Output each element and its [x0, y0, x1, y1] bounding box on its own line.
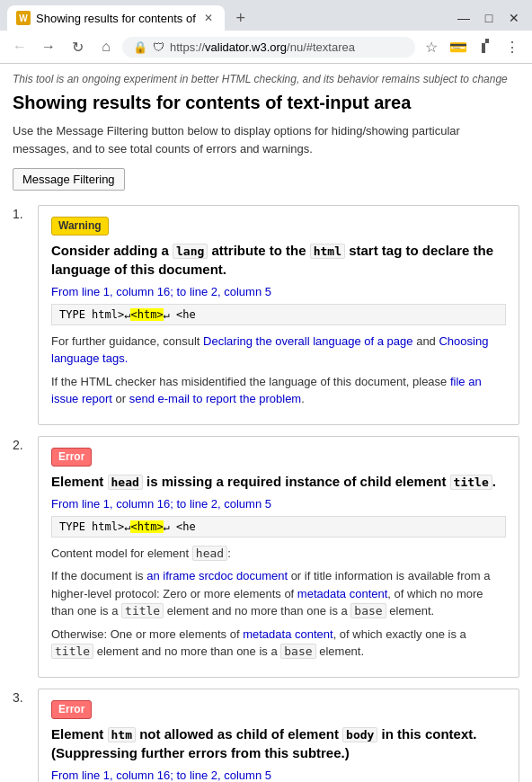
code-head-ref: head [192, 546, 227, 561]
tab-close-button[interactable]: ✕ [201, 11, 216, 25]
window-controls: — □ ✕ [453, 9, 525, 27]
close-window-button[interactable]: ✕ [503, 9, 525, 27]
new-tab-button[interactable]: + [228, 5, 253, 31]
nav-actions: ☆ 💳 🬔 ⋮ [419, 34, 525, 59]
result-box: Error Element head is missing a required… [38, 436, 519, 678]
code-snippet: TYPE html>↵<htm>↵ <he [51, 516, 506, 538]
result-number: 3. [13, 689, 29, 705]
forward-button[interactable]: → [36, 34, 61, 59]
tool-note: This tool is an ongoing experiment in be… [13, 73, 519, 85]
code-base-ref: base [350, 603, 386, 618]
reload-button[interactable]: ↻ [65, 34, 90, 59]
back-button[interactable]: ← [7, 34, 32, 59]
tab-bar: W Showing results for contents of ✕ + — … [0, 0, 532, 31]
declaring-link[interactable]: Declaring the overall language of a page [203, 334, 412, 348]
address-bar[interactable]: 🔒 🛡 https://validator.w3.org/nu/#textare… [122, 37, 415, 58]
code-title-ref-2: title [51, 644, 93, 659]
metadata-content-link-1[interactable]: metadata content [297, 587, 387, 600]
code-htm: htm [108, 727, 136, 742]
metadata-content-link-2[interactable]: metadata content [243, 627, 332, 641]
shield-icon: 🛡 [153, 40, 164, 54]
list-item: 3. Error Element htm not allowed as chil… [13, 689, 519, 782]
content-model: If the document is an iframe srcdoc docu… [51, 567, 506, 661]
result-body: Content model for element head: If the d… [51, 545, 506, 661]
error-badge: Error [51, 448, 92, 467]
page-title: Showing results for contents of text-inp… [13, 93, 519, 113]
code-body: body [342, 727, 377, 742]
tab-title: Showing results for contents of [36, 12, 196, 25]
code-title: title [450, 475, 492, 490]
code-base-ref-2: base [280, 644, 315, 659]
code-lang: lang [173, 244, 208, 259]
result-header: Warning Consider adding a lang attribute… [51, 217, 506, 279]
email-report-link[interactable]: send e-mail to report the problem [129, 392, 301, 405]
url-display: https://validator.w3.org/nu/#textarea [170, 40, 355, 54]
misidentified-text: If the HTML checker has misidentified th… [51, 373, 506, 408]
result-box: Warning Consider adding a lang attribute… [38, 205, 519, 425]
results-list: 1. Warning Consider adding a lang attrib… [13, 205, 519, 782]
list-item: 1. Warning Consider adding a lang attrib… [13, 205, 519, 425]
code-title-ref: title [121, 603, 164, 618]
result-number: 1. [13, 205, 29, 221]
content-model-header: Content model for element head: [51, 545, 506, 563]
location-link[interactable]: From line 1, column 16; to line 2, colum… [51, 769, 271, 782]
url-domain: validator.w3.org [205, 40, 287, 54]
bookmark-button[interactable]: ☆ [419, 34, 444, 59]
result-message: Element head is missing a required insta… [51, 472, 496, 491]
result-header: Error Element htm not allowed as child o… [51, 700, 506, 762]
tab-favicon: W [16, 11, 31, 25]
code-snippet: TYPE html>↵<htm>↵ <he [51, 304, 506, 325]
wallet-button[interactable]: 💳 [446, 34, 471, 59]
list-item: 2. Error Element head is missing a requi… [13, 436, 519, 678]
result-box: Error Element htm not allowed as child o… [38, 689, 519, 782]
result-body: For further guidance, consult Declaring … [51, 333, 506, 408]
security-icon: 🔒 [133, 40, 147, 54]
result-message: Element htm not allowed as child of elem… [51, 724, 506, 762]
browser-window: W Showing results for contents of ✕ + — … [0, 0, 532, 64]
code-head: head [108, 475, 143, 490]
maximize-button[interactable]: □ [478, 9, 500, 27]
minimize-button[interactable]: — [453, 9, 474, 27]
nav-bar: ← → ↻ ⌂ 🔒 🛡 https://validator.w3.org/nu/… [0, 31, 532, 64]
warning-badge: Warning [51, 217, 109, 235]
menu-button[interactable]: ⋮ [500, 34, 525, 59]
code-html: html [310, 244, 345, 259]
result-message: Consider adding a lang attribute to the … [51, 241, 506, 279]
guidance-text: For further guidance, consult Declaring … [51, 333, 506, 368]
error-badge: Error [51, 700, 92, 719]
home-button[interactable]: ⌂ [93, 34, 119, 59]
result-header: Error Element head is missing a required… [51, 448, 506, 491]
location-link[interactable]: From line 1, column 16; to line 2, colum… [51, 285, 271, 298]
location-link[interactable]: From line 1, column 16; to line 2, colum… [51, 497, 271, 511]
message-filtering-button[interactable]: Message Filtering [13, 168, 125, 191]
page-content: This tool is an ongoing experiment in be… [0, 64, 532, 782]
extension-button[interactable]: 🬔 [473, 34, 498, 59]
content-model-otherwise: Otherwise: One or more elements of metad… [51, 626, 506, 661]
active-tab[interactable]: W Showing results for contents of ✕ [7, 5, 225, 31]
iframe-srcdoc-link[interactable]: an iframe srcdoc document [146, 569, 288, 582]
content-model-ifcase: If the document is an iframe srcdoc docu… [51, 567, 506, 620]
page-description: Use the Message Filtering button below t… [13, 122, 519, 157]
url-path: /nu/#textarea [287, 40, 355, 54]
result-number: 2. [13, 436, 29, 452]
url-scheme: https:// [170, 40, 205, 54]
